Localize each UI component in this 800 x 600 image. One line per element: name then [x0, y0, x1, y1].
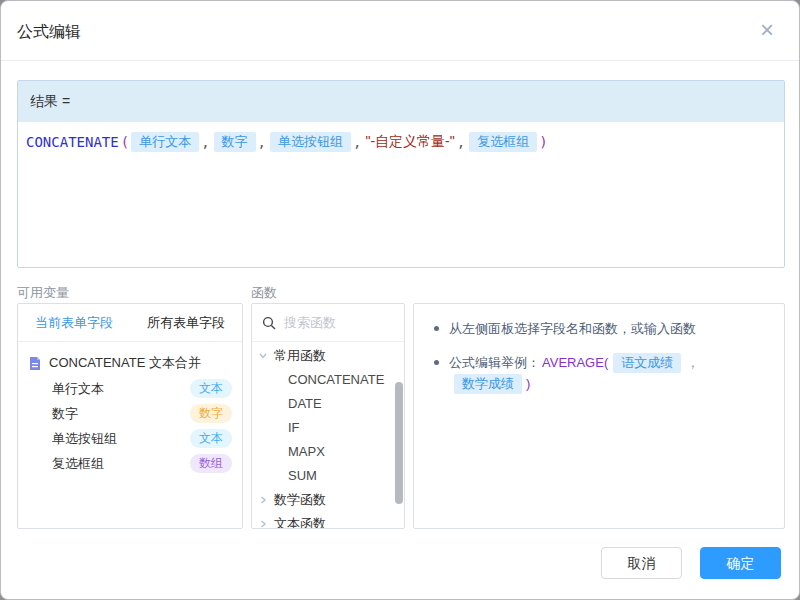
- function-item[interactable]: IF: [252, 416, 404, 440]
- example-close-paren: ): [526, 373, 530, 394]
- variables-tabs: 当前表单字段 所有表单字段: [18, 304, 242, 342]
- variable-field-name: 单选按钮组: [52, 430, 117, 448]
- variable-group-label: CONCATENATE 文本合并: [49, 354, 201, 372]
- help-tip-2-prefix: 公式编辑举例：: [449, 352, 540, 373]
- example-field-chip: 数学成绩: [454, 374, 522, 394]
- help-tip-2: 公式编辑举例：AVERAGE(语文成绩，数学成绩): [432, 352, 766, 394]
- help-panel: 从左侧面板选择字段名和函数，或输入函数 公式编辑举例：AVERAGE(语文成绩，…: [413, 303, 785, 529]
- formula-field-chip: 单行文本: [131, 132, 199, 152]
- variable-field-name: 复选框组: [52, 455, 104, 473]
- functions-section-label: 函数: [251, 284, 277, 302]
- function-tree: 常用函数CONCATENATEDATEIFMAPXSUM数学函数文本函数: [252, 342, 404, 528]
- formula-comma: ,: [353, 134, 361, 150]
- example-comma: ，: [686, 352, 699, 373]
- function-search-input[interactable]: [284, 315, 384, 330]
- formula-comma: ,: [457, 134, 465, 150]
- field-type-badge: 数字: [190, 404, 232, 423]
- variable-field-rows: 单行文本文本数字数字单选按钮组文本复选框组数组: [18, 376, 242, 476]
- help-tip-1: 从左侧面板选择字段名和函数，或输入函数: [432, 318, 766, 339]
- variables-section-label: 可用变量: [17, 284, 69, 302]
- field-type-badge: 文本: [190, 379, 232, 398]
- chevron-right-icon: [258, 495, 270, 505]
- help-tip-2-text: 公式编辑举例：AVERAGE(语文成绩，数学成绩): [449, 352, 766, 394]
- formula-string: "-自定义常量-": [365, 133, 454, 151]
- chevron-right-icon: [258, 519, 270, 528]
- scrollbar-thumb[interactable]: [395, 382, 403, 504]
- formula-edit-dialog: 公式编辑 × 结果 = CONCATENATE(单行文本,数字,单选按钮组,"-…: [0, 0, 800, 600]
- functions-panel: 常用函数CONCATENATEDATEIFMAPXSUM数学函数文本函数: [251, 303, 405, 529]
- chevron-down-icon: [258, 351, 270, 361]
- formula-function: CONCATENATE: [26, 134, 119, 150]
- dialog-title: 公式编辑: [17, 22, 81, 43]
- formula-paren: (: [121, 134, 129, 150]
- function-category-label: 文本函数: [274, 515, 326, 528]
- close-icon[interactable]: ×: [753, 17, 781, 45]
- function-category-row[interactable]: 常用函数: [252, 344, 404, 368]
- function-category-row[interactable]: 数学函数: [252, 488, 404, 512]
- document-icon: [28, 356, 42, 371]
- formula-line[interactable]: CONCATENATE(单行文本,数字,单选按钮组,"-自定义常量-",复选框组…: [18, 122, 784, 162]
- function-category-label: 常用函数: [274, 347, 326, 365]
- variable-field-row[interactable]: 单选按钮组文本: [18, 426, 242, 451]
- formula-field-chip: 单选按钮组: [270, 132, 351, 152]
- confirm-button[interactable]: 确定: [700, 547, 781, 579]
- variable-field-row[interactable]: 数字数字: [18, 401, 242, 426]
- function-category-row[interactable]: 文本函数: [252, 512, 404, 528]
- bullet-icon: [434, 360, 439, 365]
- bullet-icon: [434, 326, 439, 331]
- formula-paren: ): [539, 134, 547, 150]
- function-category-label: 数学函数: [274, 491, 326, 509]
- function-item[interactable]: SUM: [252, 464, 404, 488]
- variables-list: CONCATENATE 文本合并 单行文本文本数字数字单选按钮组文本复选框组数组: [18, 342, 242, 476]
- formula-comma: ,: [201, 134, 209, 150]
- formula-field-chip: 数字: [214, 132, 256, 152]
- variable-field-row[interactable]: 复选框组数组: [18, 451, 242, 476]
- function-item[interactable]: CONCATENATE: [252, 368, 404, 392]
- example-function: AVERAGE(: [542, 352, 608, 373]
- formula-comma: ,: [258, 134, 266, 150]
- help-tip-1-text: 从左侧面板选择字段名和函数，或输入函数: [449, 318, 696, 339]
- search-icon: [262, 316, 276, 330]
- function-item[interactable]: MAPX: [252, 440, 404, 464]
- field-type-badge: 数组: [190, 454, 232, 473]
- result-label: 结果 =: [18, 81, 784, 122]
- variable-group-row[interactable]: CONCATENATE 文本合并: [18, 350, 242, 376]
- function-item[interactable]: DATE: [252, 392, 404, 416]
- tab-all-form-fields[interactable]: 所有表单字段: [130, 304, 242, 341]
- formula-field-chip: 复选框组: [469, 132, 537, 152]
- formula-editor: 结果 = CONCATENATE(单行文本,数字,单选按钮组,"-自定义常量-"…: [17, 80, 785, 268]
- variable-field-name: 单行文本: [52, 380, 104, 398]
- tab-current-form-fields[interactable]: 当前表单字段: [18, 304, 130, 341]
- variable-field-row[interactable]: 单行文本文本: [18, 376, 242, 401]
- cancel-button[interactable]: 取消: [601, 547, 682, 579]
- example-field-chip: 语文成绩: [613, 353, 681, 373]
- function-search-row: [252, 304, 404, 342]
- variable-field-name: 数字: [52, 405, 78, 423]
- dialog-header: 公式编辑 ×: [1, 1, 799, 61]
- variables-panel: 当前表单字段 所有表单字段 CONCATENATE 文本合并 单行文本文本数字数…: [17, 303, 243, 529]
- field-type-badge: 文本: [190, 429, 232, 448]
